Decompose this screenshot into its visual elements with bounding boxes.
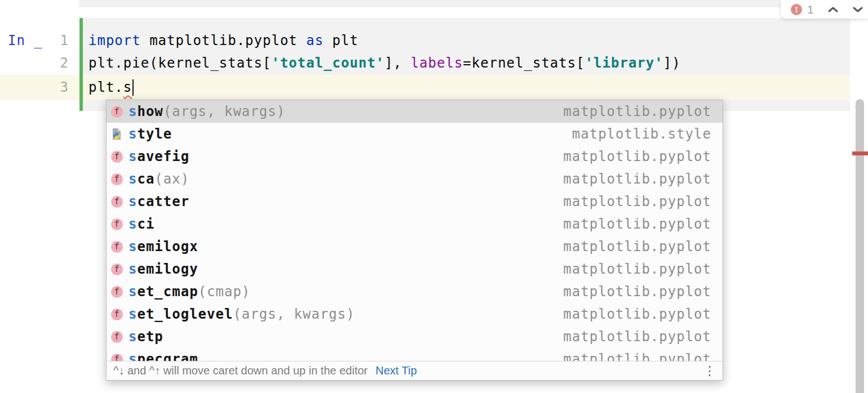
- python-file-icon: [110, 128, 123, 140]
- code-token: 'library': [585, 55, 663, 71]
- completion-item[interactable]: fspecgrammatplotlib.pyplot: [107, 348, 723, 361]
- code-token: ]): [663, 55, 681, 71]
- completion-name: sca: [129, 171, 154, 187]
- function-icon: f: [110, 195, 123, 208]
- completion-tail: matplotlib.pyplot: [563, 284, 711, 300]
- function-icon-letter: f: [111, 331, 123, 343]
- cell-prompt: In _: [8, 29, 43, 52]
- completion-item[interactable]: fshow(args, kwargs)matplotlib.pyplot: [107, 100, 723, 123]
- completion-tail: matplotlib.pyplot: [563, 216, 711, 232]
- completion-name: semilogy: [129, 261, 198, 277]
- hint-text: ^↓ and ^↑ will move caret down and up in…: [113, 364, 367, 377]
- next-tip-link[interactable]: Next Tip: [375, 364, 417, 377]
- line-number: 3: [50, 76, 69, 99]
- completion-item[interactable]: fscattermatplotlib.pyplot: [107, 190, 723, 213]
- completion-item[interactable]: fscimatplotlib.pyplot: [107, 213, 723, 235]
- completion-name: specgram: [129, 351, 198, 361]
- completion-popup: fshow(args, kwargs)matplotlib.pyplotstyl…: [106, 100, 723, 381]
- completion-params: (args, kwargs): [163, 104, 285, 119]
- completion-name: style: [129, 126, 172, 142]
- code-token: labels: [411, 55, 463, 71]
- completion-name: sci: [129, 216, 154, 232]
- function-icon: f: [110, 331, 123, 343]
- completion-tail: matplotlib.pyplot: [563, 239, 711, 254]
- function-icon-letter: f: [111, 196, 123, 208]
- function-icon-letter: f: [111, 264, 123, 275]
- code-token: import: [88, 33, 141, 48]
- completion-name: set_loglevel: [129, 306, 233, 322]
- completion-tail: matplotlib.pyplot: [563, 149, 711, 164]
- function-icon: f: [110, 285, 123, 298]
- code-token: plt: [324, 33, 358, 48]
- completion-list: fshow(args, kwargs)matplotlib.pyplotstyl…: [107, 100, 723, 361]
- code-line[interactable]: plt.pie(kernel_stats['total_count'], lab…: [88, 52, 681, 74]
- error-widget: ! 1: [781, 0, 868, 19]
- previous-cell-strip: [79, 0, 850, 7]
- function-icon: f: [110, 240, 123, 253]
- completion-name: show: [129, 104, 163, 119]
- completion-tail: matplotlib.pyplot: [563, 104, 711, 119]
- hint-bar: ^↓ and ^↑ will move caret down and up in…: [107, 361, 723, 380]
- function-icon: f: [110, 308, 123, 320]
- code-token: ],: [384, 55, 410, 71]
- completion-item[interactable]: fsetpmatplotlib.pyplot: [107, 325, 723, 348]
- completion-params: (cmap): [198, 284, 251, 300]
- completion-tail: matplotlib.pyplot: [563, 306, 711, 322]
- error-squiggle-token: s: [123, 79, 132, 95]
- completion-name: semilogx: [129, 239, 198, 254]
- code-token: plt.pie(kernel_stats[: [88, 55, 271, 71]
- chevron-up-icon: [827, 6, 839, 13]
- function-icon-letter: f: [111, 173, 123, 185]
- completion-item[interactable]: fsca(ax)matplotlib.pyplot: [107, 168, 723, 190]
- scrollbar-thumb[interactable]: [856, 99, 864, 393]
- error-count: 1: [807, 3, 814, 16]
- completion-params: (ax): [154, 171, 189, 187]
- completion-tail: matplotlib.pyplot: [563, 351, 711, 361]
- function-icon-letter: f: [111, 218, 123, 230]
- completion-item[interactable]: fsemilogymatplotlib.pyplot: [107, 258, 723, 280]
- function-icon-letter: f: [111, 354, 123, 361]
- completion-name: savefig: [129, 149, 189, 164]
- line-number: 2: [50, 52, 69, 74]
- text-caret: [132, 79, 134, 96]
- code-token: matplotlib.pyplot: [141, 33, 307, 48]
- completion-item[interactable]: fset_cmap(cmap)matplotlib.pyplot: [107, 280, 723, 303]
- function-icon-letter: f: [111, 241, 123, 253]
- completion-tail: matplotlib.pyplot: [563, 329, 711, 345]
- code-token: as: [306, 33, 324, 48]
- completion-name: scatter: [129, 194, 189, 209]
- next-error-button[interactable]: [852, 6, 863, 13]
- completion-tail: matplotlib.style: [572, 126, 711, 142]
- error-stripe-marker[interactable]: [852, 151, 868, 155]
- completion-name: setp: [129, 329, 163, 345]
- completion-params: (args, kwargs): [233, 306, 355, 322]
- function-icon-letter: f: [111, 151, 123, 163]
- completion-name: set_cmap: [129, 284, 198, 300]
- error-icon[interactable]: !: [791, 4, 802, 15]
- cell-run-bar: [79, 18, 83, 111]
- function-icon: f: [110, 263, 123, 275]
- line-number: 1: [50, 29, 69, 52]
- function-icon: f: [110, 173, 123, 185]
- code-token: =kernel_stats[: [463, 55, 584, 71]
- chevron-down-icon: [852, 6, 863, 13]
- code-token: 'total_count': [271, 55, 384, 71]
- function-icon-letter: f: [111, 309, 123, 320]
- code-line[interactable]: import matplotlib.pyplot as plt: [88, 29, 358, 52]
- completion-tail: matplotlib.pyplot: [563, 261, 711, 277]
- completion-tail: matplotlib.pyplot: [563, 194, 711, 209]
- code-line[interactable]: plt.s: [88, 76, 134, 99]
- completion-item[interactable]: fsemilogxmatplotlib.pyplot: [107, 235, 723, 258]
- function-icon-letter: f: [111, 106, 123, 118]
- function-icon: f: [110, 353, 123, 361]
- completion-tail: matplotlib.pyplot: [563, 171, 711, 187]
- function-icon-letter: f: [111, 286, 123, 298]
- code-token: plt.: [88, 79, 123, 95]
- more-options-icon[interactable]: ⋮: [703, 365, 716, 377]
- function-icon: f: [110, 150, 123, 163]
- previous-error-button[interactable]: [827, 6, 839, 13]
- completion-item[interactable]: fsavefigmatplotlib.pyplot: [107, 145, 723, 168]
- function-icon: f: [110, 218, 123, 230]
- completion-item[interactable]: fset_loglevel(args, kwargs)matplotlib.py…: [107, 303, 723, 325]
- completion-item[interactable]: stylematplotlib.style: [107, 123, 723, 145]
